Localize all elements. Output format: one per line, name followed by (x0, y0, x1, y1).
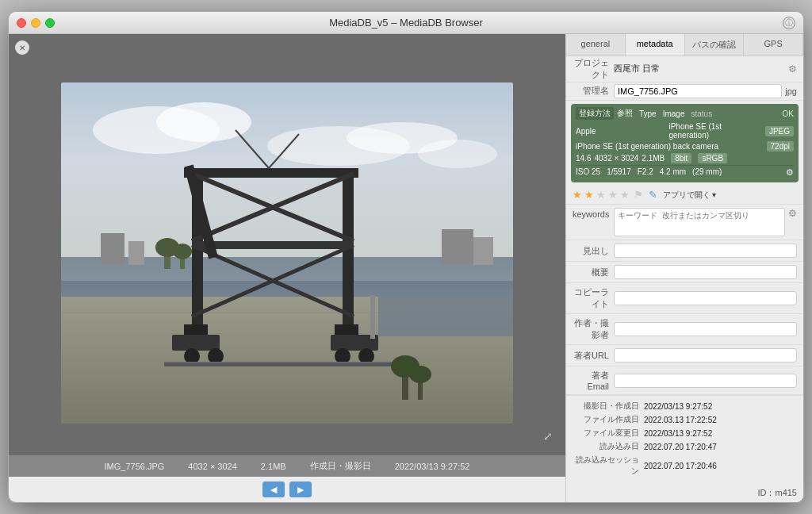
field-input[interactable] (614, 348, 797, 362)
tab-bar: general metadata パスの確認 GPS (566, 34, 803, 56)
info-icon[interactable]: ⓘ (783, 17, 795, 29)
aperture-value: F2.2 (638, 167, 653, 178)
date-value: 2022.07.20 17:20:46 (644, 462, 717, 470)
edit-icon[interactable]: ✎ (649, 189, 657, 201)
manager-label: 管理名 (573, 85, 614, 97)
field-input[interactable] (614, 291, 797, 305)
svg-rect-9 (442, 229, 473, 265)
right-panel: general metadata パスの確認 GPS プロジェクト 西尾市 日常… (565, 34, 803, 502)
status-value: OK (783, 109, 794, 118)
photo-date: 2022/03/13 9:27:52 (395, 462, 470, 471)
iso-value: ISO 25 (576, 167, 600, 178)
maximize-button[interactable] (45, 18, 55, 28)
manager-input[interactable] (614, 84, 782, 98)
tab-metadata[interactable]: metadata (626, 34, 685, 56)
text-field-row: 概要 (566, 262, 803, 283)
text-field-row: 作者・撮影者 (566, 314, 803, 345)
field-input[interactable] (614, 322, 797, 336)
tab-general[interactable]: general (566, 34, 626, 56)
date-value: 2022/03/13 9:27:52 (644, 402, 712, 411)
tab-gps[interactable]: GPS (744, 34, 803, 56)
next-button[interactable]: ▶ (289, 481, 312, 497)
svg-rect-30 (184, 324, 208, 336)
svg-point-43 (409, 366, 431, 383)
main-content: ✕ (9, 34, 803, 502)
svg-rect-8 (128, 241, 144, 265)
panel-close-button[interactable]: ✕ (15, 40, 29, 55)
close-button[interactable] (17, 18, 26, 28)
date-label: ファイル作成日 (573, 414, 644, 425)
svg-rect-32 (172, 335, 220, 351)
keywords-row: keywords ⚙ (566, 205, 803, 240)
svg-rect-10 (473, 237, 493, 265)
field-label: 見出し (573, 245, 614, 257)
exposure-row: ISO 25 1/5917 F2.2 4.2 mm (29 mm) ⚙ (576, 165, 794, 179)
metadata-box: 登録方法 参照 Type Image status OK Apple iPhon… (571, 104, 799, 182)
flag-icon[interactable]: ⚑ (634, 189, 643, 201)
keywords-gear-icon[interactable]: ⚙ (788, 208, 797, 219)
photo-filename: IMG_7756.JPG (105, 462, 165, 471)
date-section: 撮影日・作成日2022/03/13 9:27:52ファイル作成日2022.03.… (566, 395, 803, 484)
project-gear-icon[interactable]: ⚙ (788, 63, 797, 75)
svg-rect-39 (164, 362, 402, 363)
star-5[interactable]: ★ (620, 189, 630, 201)
date-label: 読み込みセッション (573, 455, 644, 477)
minimize-button[interactable] (31, 18, 40, 28)
svg-point-5 (418, 140, 497, 168)
field-input[interactable] (614, 374, 797, 388)
dims-value: 4032 × 3024 (594, 154, 638, 163)
text-fields: 見出し概要コピーライト作者・撮影者著者URL著者Email (566, 240, 803, 395)
type-value: Image (663, 109, 685, 118)
scan-label: 参照 (617, 108, 633, 119)
format-badge: JPEG (765, 126, 794, 136)
star-3[interactable]: ★ (596, 189, 606, 201)
tab-path[interactable]: パスの確認 (685, 34, 745, 56)
metadata-gear-icon[interactable]: ⚙ (786, 167, 794, 178)
make-model-row: Apple iPhone SE (1st generation) JPEG (576, 122, 794, 140)
chevron-down-icon: ▾ (712, 190, 716, 199)
camera-row: iPhone SE (1st generation) back camera 7… (576, 141, 794, 152)
color-badge: sRGB (698, 153, 727, 163)
svg-rect-44 (378, 297, 513, 336)
stars-row: ★ ★ ★ ★ ★ ⚑ ✎ アプリで開く ▾ (566, 186, 803, 205)
svg-rect-31 (335, 324, 358, 336)
manager-ext: jpg (785, 86, 797, 96)
date-label: ファイル変更日 (573, 428, 644, 439)
field-input[interactable] (614, 244, 797, 258)
star-2[interactable]: ★ (584, 189, 594, 201)
project-value: 西尾市 日常 (614, 63, 788, 75)
svg-rect-21 (184, 168, 358, 178)
field-label: 著者Email (573, 370, 614, 391)
focal-value: 4.2 mm (660, 167, 686, 178)
app-open-button[interactable]: アプリで開く ▾ (663, 190, 716, 201)
date-row: ファイル変更日2022/03/13 9:27:52 (573, 428, 797, 439)
metadata-top-row: 登録方法 参照 Type Image status OK (576, 107, 794, 120)
field-label: 著者URL (573, 350, 614, 362)
star-4[interactable]: ★ (608, 189, 618, 201)
keywords-label: keywords (573, 208, 614, 219)
date-value: 2022/03/13 9:27:52 (644, 429, 712, 438)
focal35-value: (29 mm) (692, 167, 722, 178)
photo-size: 2.1MB (261, 462, 286, 471)
star-1[interactable]: ★ (573, 189, 582, 201)
expand-icon[interactable]: ⤢ (543, 430, 553, 443)
dpi-badge: 72dpi (767, 141, 794, 152)
dates-container: 撮影日・作成日2022/03/13 9:27:52ファイル作成日2022.03.… (573, 401, 797, 477)
field-input[interactable] (614, 265, 797, 279)
camera-label: iPhone SE (1st generation) back camera (576, 142, 764, 151)
date-label: 読み込み日 (573, 441, 644, 452)
keywords-input[interactable] (614, 208, 785, 236)
photo-dims: 4032 × 3024 (188, 462, 236, 471)
photo-panel: ✕ (9, 34, 565, 502)
date-row: 読み込みセッション2022.07.20 17:20:46 (573, 455, 797, 477)
date-label: 撮影日・作成日 (573, 401, 644, 412)
date-value: 2022.07.20 17:20:47 (644, 443, 717, 451)
photo-display (61, 82, 513, 424)
field-label: コピーライト (573, 286, 614, 310)
project-row: プロジェクト 西尾市 日常 ⚙ (566, 56, 803, 82)
date-row: 読み込み日2022.07.20 17:20:47 (573, 441, 797, 452)
date-value: 2022.03.13 17:22:52 (644, 416, 717, 424)
prev-button[interactable]: ◀ (262, 481, 285, 497)
make-cell: Apple (576, 127, 668, 136)
window-title: MediaDB_v5 – MediaDB Browser (329, 17, 483, 29)
